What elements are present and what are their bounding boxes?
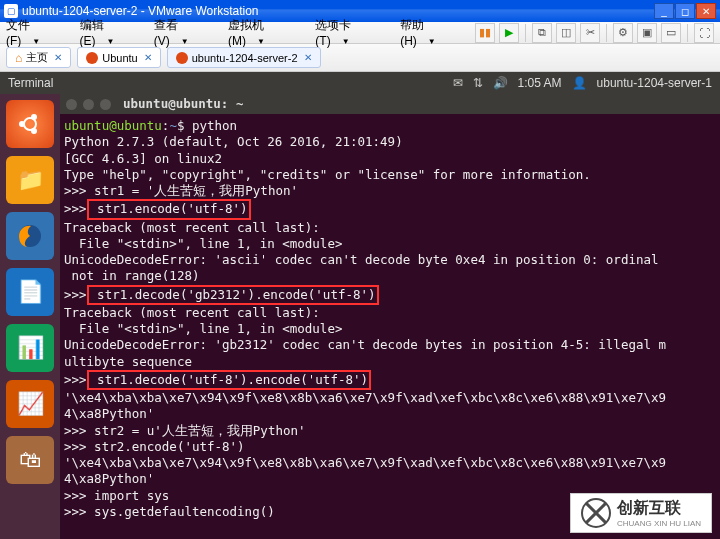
tool-screenshot[interactable]: ✂ xyxy=(580,23,600,43)
term-line: '\xe4\xba\xba\xe7\x94\x9f\xe8\x8b\xa6\xe… xyxy=(64,390,666,405)
window-title: ubuntu-1204-server-2 - VMware Workstatio… xyxy=(22,4,259,18)
launcher-writer[interactable]: 📄 xyxy=(6,268,54,316)
window-controls: _ ◻ ✕ xyxy=(654,3,716,19)
terminal-window[interactable]: ubuntu@ubuntu: ~ ubuntu@ubuntu:~$ python… xyxy=(60,94,720,539)
tab-label-ubuntu: Ubuntu xyxy=(102,52,137,64)
svg-point-1 xyxy=(19,121,25,127)
highlight-1: str1.encode('utf-8') xyxy=(87,199,251,219)
sound-icon[interactable]: 🔊 xyxy=(493,76,508,90)
tab-label-server2: ubuntu-1204-server-2 xyxy=(192,52,298,64)
svg-point-3 xyxy=(31,128,37,134)
watermark-text: 创新互联 xyxy=(617,498,701,519)
highlight-3: str1.decode('utf-8').encode('utf-8') xyxy=(87,370,371,390)
tab-close-server2[interactable]: ✕ xyxy=(304,52,312,63)
tool-unity[interactable]: ▣ xyxy=(637,23,657,43)
term-min-icon[interactable] xyxy=(83,99,94,110)
user-icon: 👤 xyxy=(572,76,587,90)
vm-screen: Terminal ✉ ⇅ 🔊 1:05 AM 👤 ubuntu-1204-ser… xyxy=(0,72,720,539)
term-line: >>> str2.encode('utf-8') xyxy=(64,439,245,454)
terminal-titlebar: ubuntu@ubuntu: ~ xyxy=(60,94,720,114)
menu-vm[interactable]: 虚拟机(M)▼ xyxy=(228,17,305,48)
term-line: [GCC 4.6.3] on linux2 xyxy=(64,151,222,166)
tab-ubuntu[interactable]: Ubuntu ✕ xyxy=(77,47,160,68)
launcher-dash[interactable] xyxy=(6,100,54,148)
launcher-files[interactable]: 📁 xyxy=(6,156,54,204)
term-line: >>> xyxy=(64,287,87,302)
tool-usb[interactable]: ⚙ xyxy=(613,23,633,43)
term-line: '\xe4\xba\xba\xe7\x94\x9f\xe8\x8b\xa6\xe… xyxy=(64,455,666,470)
term-line: File "<stdin>", line 1, in <module> xyxy=(64,236,342,251)
term-line: 4\xa8Python' xyxy=(64,471,154,486)
panel-user[interactable]: ubuntu-1204-server-1 xyxy=(597,76,712,90)
tab-close-home[interactable]: ✕ xyxy=(54,52,62,63)
menu-file[interactable]: 文件(F)▼ xyxy=(6,17,70,48)
tool-fit[interactable]: ▭ xyxy=(661,23,681,43)
menu-tabs[interactable]: 选项卡(T)▼ xyxy=(315,17,390,48)
ubuntu-icon xyxy=(86,52,98,64)
term-line: >>> str2 = u'人生苦短，我用Python' xyxy=(64,423,306,438)
tab-bar: ⌂ 主页 ✕ Ubuntu ✕ ubuntu-1204-server-2 ✕ xyxy=(0,44,720,72)
launcher-calc[interactable]: 📊 xyxy=(6,324,54,372)
minimize-button[interactable]: _ xyxy=(654,3,674,19)
tab-label-home: 主页 xyxy=(26,50,48,65)
launcher-impress[interactable]: 📈 xyxy=(6,380,54,428)
prompt-path: ~ xyxy=(169,118,177,133)
terminal-body[interactable]: ubuntu@ubuntu:~$ python Python 2.7.3 (de… xyxy=(60,114,720,524)
ubuntu-panel: Terminal ✉ ⇅ 🔊 1:05 AM 👤 ubuntu-1204-ser… xyxy=(0,72,720,94)
svg-point-2 xyxy=(31,114,37,120)
home-icon: ⌂ xyxy=(15,51,22,65)
tool-snapshot[interactable]: ⧉ xyxy=(532,23,552,43)
term-line: Type "help", "copyright", "credits" or "… xyxy=(64,167,591,182)
menu-edit[interactable]: 编辑(E)▼ xyxy=(80,17,144,48)
tool-fullscreen[interactable]: ⛶ xyxy=(694,23,714,43)
menu-view[interactable]: 查看(V)▼ xyxy=(154,17,218,48)
term-line: >>> sys.getdefaultencoding() xyxy=(64,504,275,519)
restore-button[interactable]: ◻ xyxy=(675,3,695,19)
term-max-icon[interactable] xyxy=(100,99,111,110)
term-line: >>> import sys xyxy=(64,488,169,503)
prompt-user: ubuntu@ubuntu xyxy=(64,118,162,133)
launcher-firefox[interactable] xyxy=(6,212,54,260)
tab-close-ubuntu[interactable]: ✕ xyxy=(144,52,152,63)
highlight-2: str1.decode('gb2312').encode('utf-8') xyxy=(87,285,379,305)
term-line: >>> str1 = '人生苦短，我用Python' xyxy=(64,183,298,198)
launcher-software[interactable]: 🛍 xyxy=(6,436,54,484)
term-line: >>> xyxy=(64,201,87,216)
close-button[interactable]: ✕ xyxy=(696,3,716,19)
term-line: Traceback (most recent call last): xyxy=(64,220,320,235)
tab-server2[interactable]: ubuntu-1204-server-2 ✕ xyxy=(167,47,321,68)
terminal-title: ubuntu@ubuntu: ~ xyxy=(123,96,243,112)
network-icon[interactable]: ⇅ xyxy=(473,76,483,90)
vmware-icon: ▢ xyxy=(4,4,18,18)
term-line: python xyxy=(184,118,237,133)
watermark-logo-icon xyxy=(581,498,611,528)
resume-button[interactable]: ▶ xyxy=(499,23,519,43)
term-close-icon[interactable] xyxy=(66,99,77,110)
term-line: Traceback (most recent call last): xyxy=(64,305,320,320)
term-line: Python 2.7.3 (default, Oct 26 2016, 21:0… xyxy=(64,134,403,149)
menu-bar: 文件(F)▼ 编辑(E)▼ 查看(V)▼ 虚拟机(M)▼ 选项卡(T)▼ 帮助(… xyxy=(0,22,720,44)
watermark-sub: CHUANG XIN HU LIAN xyxy=(617,519,701,528)
panel-time[interactable]: 1:05 AM xyxy=(518,76,562,90)
term-line: UnicodeDecodeError: 'gb2312' codec can't… xyxy=(64,337,666,352)
term-line: UnicodeDecodeError: 'ascii' codec can't … xyxy=(64,252,659,267)
term-line: 4\xa8Python' xyxy=(64,406,154,421)
tab-home[interactable]: ⌂ 主页 ✕ xyxy=(6,47,71,68)
term-line: ultibyte sequence xyxy=(64,354,192,369)
watermark: 创新互联 CHUANG XIN HU LIAN xyxy=(570,493,712,533)
ubuntu-icon xyxy=(176,52,188,64)
mail-icon[interactable]: ✉ xyxy=(453,76,463,90)
panel-app-title: Terminal xyxy=(8,76,53,90)
term-line: File "<stdin>", line 1, in <module> xyxy=(64,321,342,336)
term-line: not in range(128) xyxy=(64,268,199,283)
pause-button[interactable]: ▮▮ xyxy=(475,23,495,43)
term-line: >>> xyxy=(64,372,87,387)
tool-manage[interactable]: ◫ xyxy=(556,23,576,43)
menu-help[interactable]: 帮助(H)▼ xyxy=(400,17,465,48)
unity-launcher: 📁 📄 📊 📈 🛍 xyxy=(0,94,60,539)
